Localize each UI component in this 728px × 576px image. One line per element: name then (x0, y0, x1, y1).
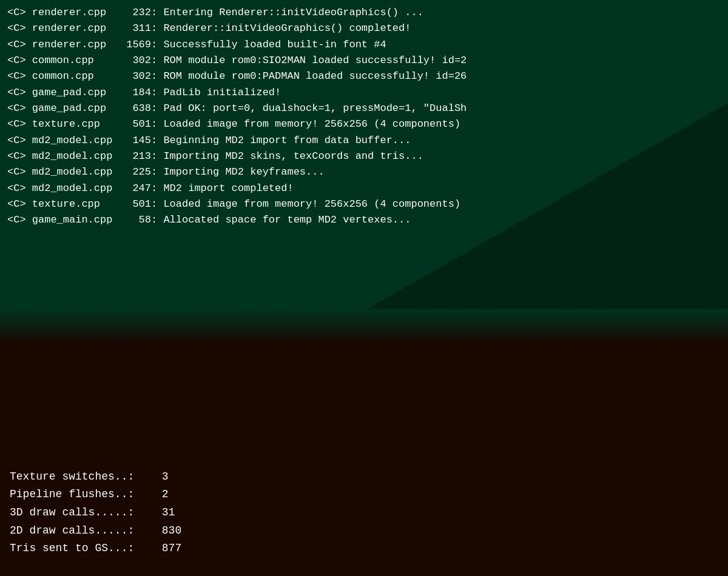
stat-line: Pipeline flushes..: 2 (10, 486, 718, 504)
log-message: : Successfully loaded built-in font #4 (151, 37, 386, 53)
log-message: : Importing MD2 skins, texCoords and tri… (151, 149, 423, 164)
stat-line: Texture switches..: 3 (10, 468, 718, 486)
log-line-number: 501 (120, 116, 151, 132)
log-message: : Loaded image from memory! 256x256 (4 c… (151, 116, 460, 132)
stat-label: Tris sent to GS...: (10, 540, 155, 558)
log-file: <C> md2_model.cpp (7, 164, 120, 180)
log-lines-container: <C> renderer.cpp232 : Entering Renderer:… (7, 5, 721, 229)
log-message: : Pad OK: port=0, dualshock=1, pressMode… (151, 101, 467, 116)
log-line: <C> renderer.cpp232 : Entering Renderer:… (7, 5, 721, 21)
log-line: <C> md2_model.cpp225 : Importing MD2 key… (7, 164, 721, 180)
log-file: <C> md2_model.cpp (7, 149, 120, 164)
log-file: <C> common.cpp (7, 69, 120, 84)
log-line: <C> renderer.cpp1569 : Successfully load… (7, 37, 721, 53)
stat-line: Tris sent to GS...: 877 (10, 540, 718, 558)
log-line: <C> md2_model.cpp213 : Importing MD2 ski… (7, 149, 721, 164)
log-line: <C> game_main.cpp58 : Allocated space fo… (7, 212, 721, 228)
log-message: : Renderer::initVideoGraphics() complete… (151, 21, 411, 36)
log-message: : Entering Renderer::initVideoGraphics()… (151, 5, 423, 21)
log-line: <C> game_pad.cpp184 : PadLib initialized… (7, 85, 721, 101)
log-file: <C> md2_model.cpp (7, 181, 120, 196)
log-file: <C> md2_model.cpp (7, 133, 120, 149)
log-line-number: 225 (120, 164, 151, 180)
stats-panel: Texture switches..: 3Pipeline flushes..:… (0, 346, 728, 576)
log-line-number: 638 (120, 101, 151, 116)
log-line-number: 213 (120, 149, 151, 164)
log-line: <C> game_pad.cpp638 : Pad OK: port=0, du… (7, 101, 721, 116)
log-message: : Importing MD2 keyframes... (151, 164, 325, 180)
stat-value: 3 (155, 471, 169, 483)
log-file: <C> game_pad.cpp (7, 85, 120, 101)
log-line: <C> md2_model.cpp247 : MD2 import comple… (7, 181, 721, 196)
stat-value: 2 (155, 488, 169, 500)
log-line-number: 311 (120, 21, 151, 36)
log-line: <C> common.cpp302 : ROM module rom0:PADM… (7, 69, 721, 84)
log-line-number: 58 (120, 212, 151, 228)
log-line-number: 145 (120, 133, 151, 149)
log-line: <C> texture.cpp501 : Loaded image from m… (7, 116, 721, 132)
log-line: <C> renderer.cpp311 : Renderer::initVide… (7, 21, 721, 36)
log-line: <C> texture.cpp501 : Loaded image from m… (7, 196, 721, 212)
stat-label: 2D draw calls.....: (10, 522, 155, 540)
log-file: <C> renderer.cpp (7, 5, 120, 21)
log-panel: <C> renderer.cpp232 : Entering Renderer:… (0, 0, 728, 346)
log-file: <C> game_main.cpp (7, 212, 120, 228)
log-file: <C> texture.cpp (7, 196, 120, 212)
log-line-number: 501 (120, 196, 151, 212)
log-message: : PadLib initialized! (151, 85, 281, 101)
log-line-number: 232 (120, 5, 151, 21)
log-message: : Loaded image from memory! 256x256 (4 c… (151, 196, 460, 212)
stat-value: 877 (155, 542, 181, 554)
log-line-number: 247 (120, 181, 151, 196)
log-file: <C> texture.cpp (7, 116, 120, 132)
stat-line: 3D draw calls.....: 31 (10, 504, 718, 522)
log-line-number: 184 (120, 85, 151, 101)
stats-area: Texture switches..: 3Pipeline flushes..:… (10, 468, 718, 564)
stat-label: 3D draw calls.....: (10, 504, 155, 522)
log-line-number: 302 (120, 69, 151, 84)
log-file: <C> renderer.cpp (7, 21, 120, 36)
log-line: <C> md2_model.cpp145 : Beginning MD2 imp… (7, 133, 721, 149)
log-line-number: 1569 (120, 37, 151, 53)
log-message: : ROM module rom0:PADMAN loaded successf… (151, 69, 467, 84)
stat-label: Texture switches..: (10, 468, 155, 486)
stat-value: 830 (155, 524, 181, 537)
log-line: <C> common.cpp302 : ROM module rom0:SIO2… (7, 53, 721, 69)
stat-value: 31 (155, 506, 175, 518)
log-file: <C> renderer.cpp (7, 37, 120, 53)
log-file: <C> game_pad.cpp (7, 101, 120, 116)
log-line-number: 302 (120, 53, 151, 69)
stat-label: Pipeline flushes..: (10, 486, 155, 504)
log-message: : MD2 import completed! (151, 181, 294, 196)
log-file: <C> common.cpp (7, 53, 120, 69)
log-message: : ROM module rom0:SIO2MAN loaded success… (151, 53, 467, 69)
log-message: : Allocated space for temp MD2 vertexes.… (151, 212, 411, 228)
stat-line: 2D draw calls.....: 830 (10, 522, 718, 540)
log-message: : Beginning MD2 import from data buffer.… (151, 133, 411, 149)
